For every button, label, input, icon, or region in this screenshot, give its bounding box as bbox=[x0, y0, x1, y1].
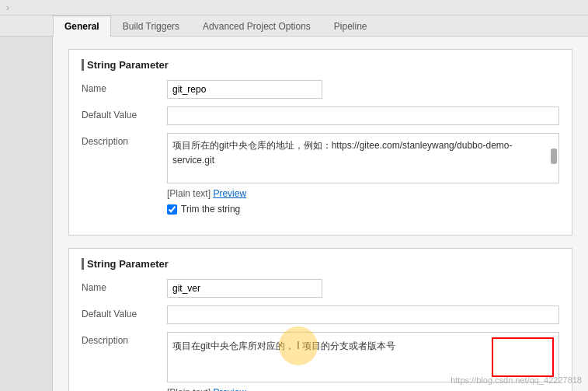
section2-default-label: Default Value bbox=[82, 305, 167, 319]
string-parameter-section-2: String Parameter Name Default Value bbox=[68, 248, 572, 391]
section2-red-border-box bbox=[492, 337, 554, 377]
section2-name-label: Name bbox=[82, 279, 167, 293]
tab-advanced-project-options[interactable]: Advanced Project Options bbox=[191, 16, 322, 37]
section1-title: String Parameter bbox=[82, 59, 559, 71]
main-window: › General Build Triggers Advanced Projec… bbox=[0, 0, 588, 391]
section1-description-text: 项目所在的git中央仓库的地址，例如：https://gitee.com/sta… bbox=[172, 140, 512, 166]
section2-description-label: Description bbox=[82, 332, 167, 346]
section2-plain-text: [Plain text] bbox=[167, 387, 210, 391]
section2-name-row: Name bbox=[82, 279, 559, 298]
string-parameter-section-1: String Parameter Name Default Value bbox=[68, 49, 572, 236]
section1-default-label: Default Value bbox=[82, 106, 167, 120]
section2-name-input[interactable] bbox=[167, 279, 322, 298]
section1-name-value bbox=[167, 80, 559, 99]
section2-title: String Parameter bbox=[82, 258, 559, 270]
section1-description-box[interactable]: 项目所在的git中央仓库的地址，例如：https://gitee.com/sta… bbox=[167, 133, 559, 183]
section2-name-value bbox=[167, 279, 559, 298]
section2-default-input[interactable] bbox=[167, 305, 559, 324]
section1-name-row: Name bbox=[82, 80, 559, 99]
section2-default-value bbox=[167, 305, 559, 324]
tab-general[interactable]: General bbox=[53, 16, 111, 37]
section1-plain-preview: [Plain text] Preview bbox=[167, 188, 559, 199]
watermark: https://blog.csdn.net/qq_42227818 bbox=[451, 375, 582, 385]
section1-description-label: Description bbox=[82, 133, 167, 147]
back-arrow-icon: › bbox=[6, 2, 9, 13]
section2-plain-preview: [Plain text] Preview bbox=[167, 387, 559, 391]
section1-trim-label: Trim the string bbox=[181, 204, 240, 215]
section2-preview-link[interactable]: Preview bbox=[213, 387, 246, 391]
section1-preview-link[interactable]: Preview bbox=[213, 188, 246, 199]
section1-default-row: Default Value bbox=[82, 106, 559, 125]
sidebar bbox=[0, 37, 53, 391]
main-content: String Parameter Name Default Value bbox=[0, 37, 588, 391]
section1-trim-row: Trim the string bbox=[167, 204, 559, 215]
top-bar: › bbox=[0, 0, 588, 16]
section2-description-text: 项目在git中央仓库所对应的， I 项目的分支或者版本号 bbox=[172, 337, 492, 377]
section1-scrollbar bbox=[551, 148, 557, 164]
tab-build-triggers[interactable]: Build Triggers bbox=[111, 16, 191, 37]
section1-trim-checkbox[interactable] bbox=[167, 204, 177, 215]
content-area: String Parameter Name Default Value bbox=[53, 37, 588, 391]
tab-pipeline[interactable]: Pipeline bbox=[322, 16, 379, 37]
section2-desc-content2: 项目的分支或者版本号 bbox=[302, 340, 395, 351]
section2-default-row: Default Value bbox=[82, 305, 559, 324]
section1-description-field: 项目所在的git中央仓库的地址，例如：https://gitee.com/sta… bbox=[167, 133, 559, 215]
section2-cursor-area: I bbox=[297, 337, 300, 354]
section1-name-input[interactable] bbox=[167, 80, 322, 99]
section1-name-label: Name bbox=[82, 80, 167, 94]
section1-default-value bbox=[167, 106, 559, 125]
section1-description-container: 项目所在的git中央仓库的地址，例如：https://gitee.com/sta… bbox=[167, 133, 559, 183]
section1-default-input[interactable] bbox=[167, 106, 559, 125]
section2-desc-content: 项目在git中央仓库所对应的， bbox=[172, 340, 294, 351]
tab-bar: General Build Triggers Advanced Project … bbox=[0, 16, 588, 37]
section1-description-row: Description 项目所在的git中央仓库的地址，例如：https://g… bbox=[82, 133, 559, 215]
text-cursor-icon: I bbox=[297, 339, 300, 351]
section1-plain-text: [Plain text] bbox=[167, 188, 210, 199]
